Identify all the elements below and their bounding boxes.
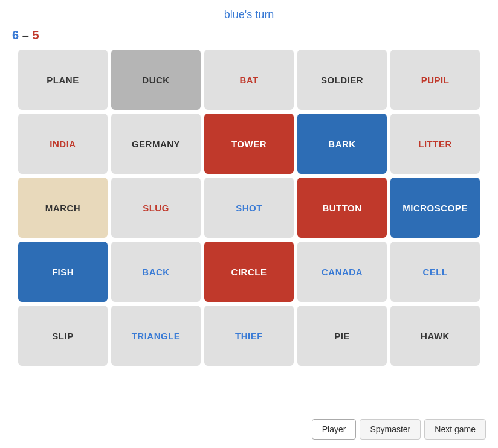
word-card-back[interactable]: BACK [111, 242, 201, 302]
word-card-fish[interactable]: FISH [18, 242, 108, 302]
word-card-march[interactable]: MARCH [18, 178, 108, 238]
word-card-thief[interactable]: THIEF [204, 306, 294, 366]
footer-controls: Player Spymaster Next game [312, 419, 486, 440]
word-card-bat[interactable]: BAT [204, 50, 294, 110]
word-card-litter[interactable]: LITTER [390, 114, 480, 174]
word-card-cell[interactable]: CELL [390, 242, 480, 302]
word-card-slip[interactable]: SLIP [18, 306, 108, 366]
word-card-germany[interactable]: GERMANY [111, 114, 201, 174]
turn-indicator: blue's turn [0, 0, 498, 25]
word-grid: PLANEDUCKBATSOLDIERPUPILINDIAGERMANYTOWE… [6, 46, 492, 370]
word-card-tower[interactable]: TOWER [204, 114, 294, 174]
word-card-soldier[interactable]: SOLDIER [297, 50, 387, 110]
word-card-plane[interactable]: PLANE [18, 50, 108, 110]
next-game-button[interactable]: Next game [424, 419, 486, 440]
word-card-microscope[interactable]: MICROSCOPE [390, 178, 480, 238]
word-card-pupil[interactable]: PUPIL [390, 50, 480, 110]
word-card-duck[interactable]: DUCK [111, 50, 201, 110]
word-card-triangle[interactable]: TRIANGLE [111, 306, 201, 366]
word-card-shot[interactable]: SHOT [204, 178, 294, 238]
word-card-canada[interactable]: CANADA [297, 242, 387, 302]
word-card-circle[interactable]: CIRCLE [204, 242, 294, 302]
word-card-button[interactable]: BUTTON [297, 178, 387, 238]
blue-score: 6 [12, 28, 19, 42]
word-card-bark[interactable]: BARK [297, 114, 387, 174]
score-display: 6 – 5 [0, 25, 498, 46]
word-card-pie[interactable]: PIE [297, 306, 387, 366]
word-card-slug[interactable]: SLUG [111, 178, 201, 238]
red-score: 5 [32, 28, 39, 42]
player-button[interactable]: Player [312, 419, 357, 440]
word-card-hawk[interactable]: HAWK [390, 306, 480, 366]
score-dash: – [22, 28, 29, 42]
spymaster-button[interactable]: Spymaster [360, 419, 421, 440]
word-card-india[interactable]: INDIA [18, 114, 108, 174]
